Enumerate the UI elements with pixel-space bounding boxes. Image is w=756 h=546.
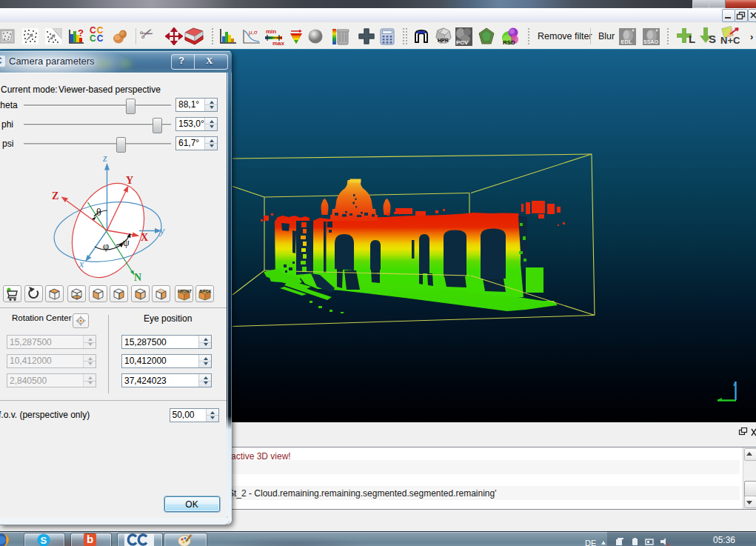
svg-text:BACK: BACK [200,289,212,293]
svg-text:φ: φ [103,241,109,252]
svg-text:Y: Y [126,175,133,186]
svg-text:HPR: HPR [438,38,449,43]
svg-text:Z: Z [52,190,58,202]
svg-text:y: y [158,225,165,236]
svg-text:PCV: PCV [456,39,469,46]
svg-text:RSD: RSD [503,39,515,46]
svg-text:min: min [266,28,276,35]
svg-text:?: ? [78,28,84,39]
svg-text:X: X [141,232,148,243]
svg-text:FRONT: FRONT [178,289,193,293]
svg-text:EDL: EDL [621,39,632,45]
svg-text:L: L [689,33,695,45]
svg-text:N: N [134,272,141,283]
svg-text:ψ: ψ [123,237,130,248]
svg-text:μ,σ: μ,σ [249,29,258,36]
svg-text:S: S [709,33,716,45]
svg-text:z: z [102,153,107,164]
svg-text:x: x [78,259,84,270]
svg-text:θ: θ [96,207,101,218]
svg-text:S: S [41,535,47,546]
svg-text:SSAO: SSAO [643,39,658,44]
svg-text:N+C: N+C [720,35,740,46]
svg-text:max: max [272,40,284,46]
